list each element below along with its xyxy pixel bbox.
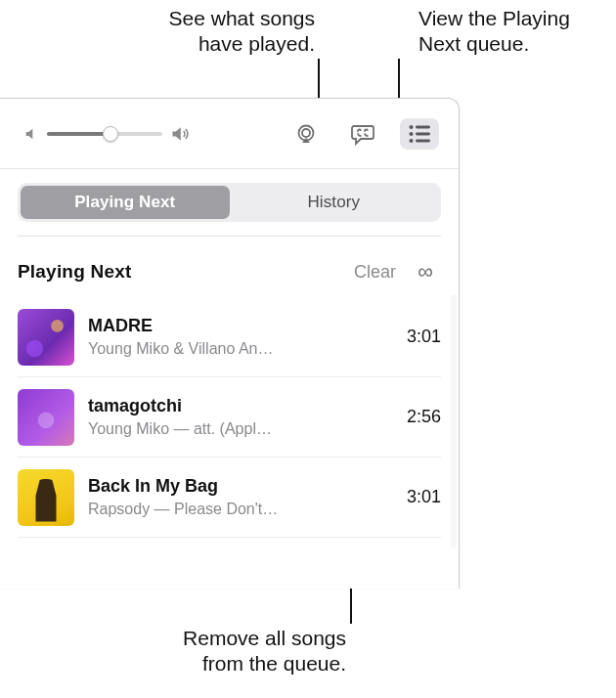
volume-slider[interactable]: [23, 124, 190, 144]
track-text: MADRE Young Miko & Villano An…: [88, 316, 378, 358]
track-list: MADRE Young Miko & Villano An… 3:01 tama…: [0, 297, 459, 538]
lyrics-button[interactable]: [343, 118, 382, 150]
track-text: tamagotchi Young Miko — att. (Appl…: [88, 396, 378, 438]
svg-point-4: [410, 132, 414, 136]
track-row[interactable]: MADRE Young Miko & Villano An… 3:01: [18, 297, 441, 377]
list-icon: [408, 124, 431, 144]
album-art: [18, 309, 74, 366]
section-header: Playing Next Clear ∞: [0, 237, 459, 297]
playing-next-panel: Playing Next History Playing Next Clear …: [0, 98, 460, 589]
tab-playing-next[interactable]: Playing Next: [21, 186, 230, 219]
track-title: tamagotchi: [88, 396, 374, 416]
toolbar: [0, 99, 459, 169]
track-duration: 3:01: [392, 487, 441, 507]
airplay-icon: [294, 122, 318, 146]
segmented-control-wrap: Playing Next History: [0, 169, 459, 230]
track-duration: 2:56: [392, 407, 441, 427]
track-title: Back In My Bag: [88, 476, 374, 497]
svg-point-2: [410, 125, 414, 129]
callout-clear: Remove all songs from the queue.: [141, 626, 346, 677]
section-title: Playing Next: [18, 261, 340, 283]
album-art: [18, 469, 74, 526]
callout-history: See what songs have played.: [119, 6, 315, 58]
clear-button[interactable]: Clear: [354, 262, 396, 283]
queue-button[interactable]: [400, 118, 439, 150]
svg-rect-3: [416, 125, 430, 128]
tab-history[interactable]: History: [230, 186, 439, 219]
track-subtitle: Rapsody — Please Don't…: [88, 501, 374, 518]
volume-thumb[interactable]: [103, 126, 118, 142]
svg-rect-5: [416, 132, 430, 135]
autoplay-button[interactable]: ∞: [410, 256, 441, 287]
track-text: Back In My Bag Rapsody — Please Don't…: [88, 476, 378, 518]
segmented-control: Playing Next History: [18, 183, 441, 222]
track-subtitle: Young Miko — att. (Appl…: [88, 420, 374, 438]
svg-point-6: [410, 139, 414, 143]
infinity-icon: ∞: [418, 259, 433, 284]
track-duration: 3:01: [392, 327, 441, 347]
volume-high-icon: [170, 124, 190, 144]
svg-rect-7: [416, 139, 430, 142]
track-title: MADRE: [88, 316, 374, 336]
volume-fill: [47, 132, 110, 136]
lyrics-icon: [350, 122, 375, 146]
volume-low-icon: [23, 126, 39, 142]
album-art: [18, 389, 74, 446]
volume-track[interactable]: [47, 132, 162, 136]
callout-queue-button: View the Playing Next queue.: [418, 6, 570, 58]
track-row[interactable]: Back In My Bag Rapsody — Please Don't… 3…: [18, 458, 441, 538]
track-row[interactable]: tamagotchi Young Miko — att. (Appl… 2:56: [18, 377, 441, 458]
airplay-button[interactable]: [286, 118, 326, 150]
track-subtitle: Young Miko & Villano An…: [88, 340, 374, 358]
svg-point-1: [302, 129, 310, 137]
